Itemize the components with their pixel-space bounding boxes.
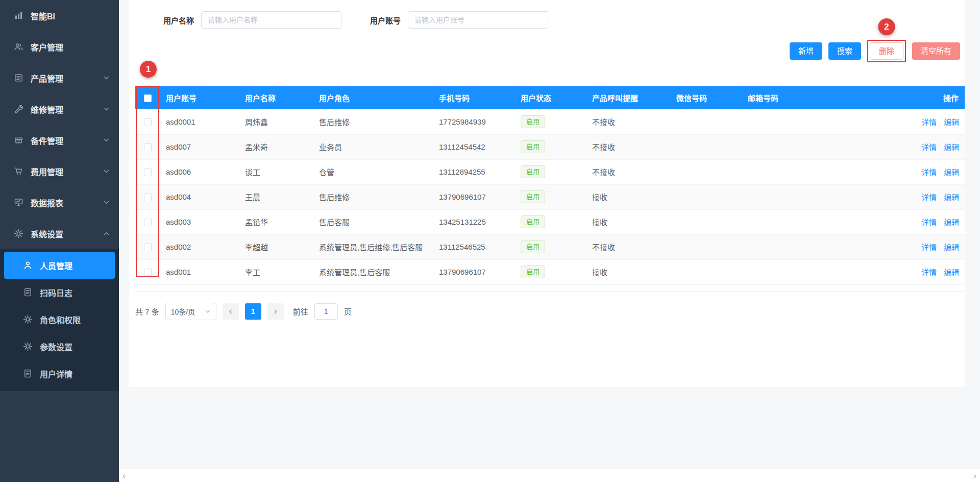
table-row: asd006 谈工 仓管 13112894255 启用 不接收 详情 编辑 xyxy=(135,159,965,184)
sidebar-item-products[interactable]: 产品管理 xyxy=(0,62,119,93)
scroll-right-icon[interactable]: › xyxy=(973,471,976,480)
col-header-wechat: 微信号码 xyxy=(670,86,742,109)
cell-account: asd0001 xyxy=(160,109,239,134)
edit-link[interactable]: 编辑 xyxy=(944,243,959,252)
sidebar-item-label: 维修管理 xyxy=(31,103,63,115)
cell-notify: 接收 xyxy=(586,259,670,284)
document-icon xyxy=(22,287,33,298)
sidebar-item-spare-parts[interactable]: 备件管理 xyxy=(0,125,119,156)
select-all-checkbox[interactable] xyxy=(144,94,152,102)
cell-role: 售后客服 xyxy=(313,209,433,234)
cell-notify: 不接收 xyxy=(586,134,670,159)
detail-link[interactable]: 详情 xyxy=(921,243,937,252)
username-filter-input[interactable] xyxy=(201,11,341,29)
cell-account: asd003 xyxy=(160,209,239,234)
submenu-item-scan-log[interactable]: 扫码日志 xyxy=(0,279,119,306)
row-checkbox[interactable] xyxy=(144,143,152,151)
filter-bar: 用户名称 用户账号 xyxy=(135,0,965,36)
detail-link[interactable]: 详情 xyxy=(921,118,937,127)
account-filter-input[interactable] xyxy=(408,11,548,29)
cell-email xyxy=(742,159,910,184)
submenu-item-parameters[interactable]: 参数设置 xyxy=(0,333,119,360)
row-checkbox[interactable] xyxy=(144,244,152,251)
bar-chart-icon xyxy=(13,11,23,21)
goto-page-input[interactable] xyxy=(314,303,338,320)
row-checkbox[interactable] xyxy=(144,194,152,201)
table-row: asd004 王晨 售后维修 13790696107 启用 接收 详情 编辑 xyxy=(135,184,965,209)
col-header-notify: 产品呼叫提醒 xyxy=(586,86,670,109)
cell-account: asd007 xyxy=(160,134,239,159)
next-page-button[interactable]: › xyxy=(267,303,284,320)
row-checkbox[interactable] xyxy=(144,168,152,176)
prev-page-button[interactable]: ‹ xyxy=(223,303,239,320)
table-bottom-border xyxy=(135,285,965,292)
search-button[interactable]: 搜索 xyxy=(828,42,861,60)
total-count-label: 共 7 条 xyxy=(135,306,159,317)
sidebar-item-label: 数据报表 xyxy=(31,197,63,209)
edit-link[interactable]: 编辑 xyxy=(944,218,959,227)
cell-account: asd004 xyxy=(160,184,239,209)
sidebar-item-reports[interactable]: 数据报表 xyxy=(0,187,119,218)
cell-name: 周炜鑫 xyxy=(239,109,313,134)
products-icon xyxy=(13,73,23,83)
chevron-down-icon xyxy=(103,137,110,143)
row-checkbox[interactable] xyxy=(144,219,152,226)
customers-icon xyxy=(13,42,23,52)
chevron-down-icon xyxy=(103,106,110,112)
detail-link[interactable]: 详情 xyxy=(921,218,937,227)
detail-link[interactable]: 详情 xyxy=(921,168,937,177)
col-header-phone: 手机号码 xyxy=(433,86,514,109)
edit-link[interactable]: 编辑 xyxy=(944,268,959,277)
delete-button[interactable]: 删除 xyxy=(870,42,903,60)
clear-all-button[interactable]: 清空所有 xyxy=(912,42,960,60)
pagination: 共 7 条 10条/页 ‹ 1 › 前往 页 xyxy=(135,303,965,320)
status-badge: 启用 xyxy=(521,215,545,228)
detail-link[interactable]: 详情 xyxy=(921,193,937,202)
document-icon xyxy=(22,369,33,379)
cell-role: 售后维修 xyxy=(313,184,433,209)
edit-link[interactable]: 编辑 xyxy=(944,118,959,127)
action-toolbar: 新增 搜索 2 删除 清空所有 xyxy=(135,42,965,60)
user-table: 用户账号 用户名称 用户角色 手机号码 用户状态 产品呼叫提醒 微信号码 邮箱号… xyxy=(135,86,965,292)
page-size-value: 10条/页 xyxy=(171,306,195,317)
gear-icon xyxy=(22,342,33,352)
status-badge: 启用 xyxy=(521,190,545,203)
table-row: asd003 孟铅华 售后客服 13425131225 启用 接收 详情 编辑 xyxy=(135,209,965,234)
cell-email xyxy=(742,259,910,284)
edit-link[interactable]: 编辑 xyxy=(944,143,959,152)
submenu-item-roles-permissions[interactable]: 角色和权限 xyxy=(0,306,119,333)
edit-link[interactable]: 编辑 xyxy=(944,168,959,177)
submenu-item-user-detail[interactable]: 用户详情 xyxy=(0,360,119,387)
cell-email xyxy=(742,209,910,234)
current-page-button[interactable]: 1 xyxy=(245,303,261,320)
row-checkbox[interactable] xyxy=(144,269,152,276)
chevron-down-icon xyxy=(103,168,110,175)
page-size-select[interactable]: 10条/页 xyxy=(165,303,216,320)
submenu-item-label: 扫码日志 xyxy=(40,286,72,299)
cell-email xyxy=(742,184,910,209)
sidebar-item-expenses[interactable]: 费用管理 xyxy=(0,156,119,187)
submenu-item-personnel[interactable]: 人员管理 xyxy=(4,252,115,279)
sidebar-item-customers[interactable]: 客户管理 xyxy=(0,31,119,62)
submenu-system-settings: 人员管理 扫码日志 角色和权限 参数设置 xyxy=(0,249,119,391)
sidebar-item-system-settings[interactable]: 系统设置 xyxy=(0,218,119,249)
cell-notify: 不接收 xyxy=(586,159,670,184)
scroll-left-icon[interactable]: ‹ xyxy=(122,471,126,480)
annotation-step-badge: 2 xyxy=(878,18,895,35)
sidebar-item-label: 备件管理 xyxy=(31,134,63,147)
goto-label: 前往 xyxy=(293,306,308,317)
row-checkbox[interactable] xyxy=(144,118,152,126)
detail-link[interactable]: 详情 xyxy=(921,143,937,152)
cell-notify: 不接收 xyxy=(586,234,670,259)
add-button[interactable]: 新增 xyxy=(790,42,822,60)
cell-phone: 13425131225 xyxy=(433,209,514,234)
edit-link[interactable]: 编辑 xyxy=(944,193,959,202)
cell-account: asd006 xyxy=(160,159,239,184)
detail-link[interactable]: 详情 xyxy=(921,268,937,277)
sidebar-item-repair[interactable]: 维修管理 xyxy=(0,93,119,125)
report-chart-icon xyxy=(13,198,23,208)
sidebar-item-bi[interactable]: 智能BI xyxy=(0,0,119,31)
cell-notify: 接收 xyxy=(586,209,670,234)
horizontal-scrollbar[interactable]: ‹ › xyxy=(119,469,980,482)
gear-icon xyxy=(13,229,23,239)
